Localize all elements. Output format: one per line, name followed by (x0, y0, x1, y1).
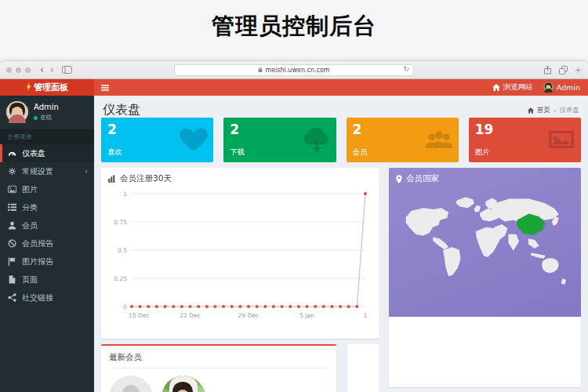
svg-text:22 Dec: 22 Dec (180, 312, 200, 319)
svg-text:0.5: 0.5 (118, 247, 127, 254)
sidebar-user-avatar (6, 101, 28, 123)
sidebar-item-social-links[interactable]: 社交链接 (0, 289, 94, 307)
member-placeholder-avatar[interactable] (109, 376, 153, 392)
flag-icon (8, 257, 17, 266)
images-icon (546, 125, 576, 158)
member-photo-avatar[interactable] (162, 376, 205, 392)
svg-text:1: 1 (123, 191, 127, 198)
sidebar-item-members[interactable]: 会员 (0, 216, 94, 234)
latest-members-card: 最新会员 (101, 344, 336, 392)
gauge-icon (8, 149, 17, 158)
user-menu[interactable]: Admin (543, 82, 580, 93)
world-map[interactable] (396, 187, 574, 302)
breadcrumb-current: 仪表盘 (560, 106, 580, 115)
bolt-icon (26, 82, 31, 93)
page-title: 仪表盘 (103, 102, 140, 118)
new-tab-icon[interactable]: + (575, 66, 582, 74)
sidebar: Admin 在线 主要菜单 仪表盘常规设置‹图片分类会员会员报告图片报告页面社交… (0, 96, 94, 392)
sidebar-item-label: 页面 (22, 274, 38, 285)
app-main: Admin 在线 主要菜单 仪表盘常规设置‹图片分类会员会员报告图片报告页面社交… (0, 96, 588, 392)
sidebar-item-label: 社交链接 (22, 292, 53, 303)
bar-chart-icon (108, 175, 116, 183)
brand-logo[interactable]: 管理面板 (0, 79, 94, 96)
sidebar-item-label: 图片 (22, 184, 38, 195)
sidebar-toggle-icon[interactable] (62, 66, 72, 74)
sidebar-item-categories[interactable]: 分类 (0, 198, 94, 216)
file-icon (8, 275, 17, 284)
sidebar-section-label: 主要菜单 (0, 129, 94, 144)
svg-text:0.25: 0.25 (114, 275, 127, 282)
map-panel: 会员国家 (389, 168, 581, 317)
app-navbar: 管理面板 浏览网站 Admin (0, 79, 588, 96)
empty-card (347, 344, 379, 392)
address-bar[interactable]: meishi.uwen.cn.com ↻ (174, 64, 414, 76)
gear-icon (8, 167, 17, 176)
sidebar-item-label: 图片报告 (22, 256, 53, 267)
continents (406, 198, 566, 285)
sidebar-item-pages[interactable]: 页面 (0, 270, 94, 289)
heart-icon (179, 125, 209, 158)
close-window-button[interactable] (6, 67, 12, 73)
banner-title: 管理员控制后台 (0, 0, 588, 42)
sidebar-menu: 仪表盘常规设置‹图片分类会员会员报告图片报告页面社交链接 (0, 144, 94, 307)
svg-text:15 Dec: 15 Dec (129, 312, 149, 319)
screenshot-stage: 管理员控制后台 ‹ › meishi.uwen.cn.com ↻ (0, 0, 588, 392)
zoom-window-button[interactable] (25, 67, 31, 73)
ban-icon (8, 239, 17, 248)
sidebar-user-status: 在线 (34, 114, 59, 122)
latest-members-title: 最新会员 (109, 352, 328, 368)
sidebar-item-images[interactable]: 图片 (0, 180, 94, 198)
stat-box-images: 19 图片 (469, 118, 581, 162)
browser-window: ‹ › meishi.uwen.cn.com ↻ + (0, 61, 588, 392)
browse-site-label: 浏览网站 (503, 82, 533, 93)
cloud-download-icon (302, 125, 332, 158)
stat-box-downloads: 2 下载 (223, 118, 336, 162)
share-icon[interactable] (543, 63, 552, 78)
map-title: 会员国家 (406, 173, 439, 184)
content-area: 仪表盘 首页 › 仪表盘 2 喜欢 (94, 96, 588, 392)
sidebar-item-label: 分类 (22, 202, 38, 213)
map-pin-icon (396, 175, 402, 183)
svg-text:5 Jan: 5 Jan (299, 312, 314, 319)
svg-text:0: 0 (123, 303, 127, 310)
tabs-icon[interactable] (559, 63, 568, 78)
chevron-left-icon: ‹ (85, 167, 88, 176)
url-text: meishi.uwen.cn.com (265, 67, 329, 74)
minimize-window-button[interactable] (16, 67, 21, 73)
svg-text:1: 1 (364, 312, 368, 319)
reload-icon[interactable]: ↻ (403, 65, 409, 73)
home-icon (492, 84, 500, 91)
browse-site-link[interactable]: 浏览网站 (492, 82, 533, 93)
browser-toolbar: ‹ › meishi.uwen.cn.com ↻ + (0, 61, 588, 79)
online-dot-icon (34, 116, 38, 120)
chart-title: 会员注册30天 (120, 173, 172, 184)
page-banner: 管理员控制后台 (0, 0, 588, 61)
users-icon (424, 125, 454, 158)
sidebar-item-label: 常规设置 (22, 166, 53, 177)
list-icon (8, 203, 17, 212)
user-avatar (543, 82, 554, 93)
breadcrumb-home-link[interactable]: 首页 (537, 106, 550, 115)
sidebar-item-label: 会员报告 (22, 238, 53, 249)
image-icon (8, 185, 17, 194)
breadcrumb: 首页 › 仪表盘 (528, 106, 579, 115)
forward-button[interactable]: › (50, 65, 54, 74)
registrations-line-chart: 00.250.50.75115 Dec22 Dec29 Dec5 Jan1 (108, 184, 372, 330)
home-icon (528, 107, 534, 114)
stat-box-members: 2 会员 (347, 118, 459, 162)
stat-boxes-row: 2 喜欢 2 下载 2 会员 (101, 118, 581, 162)
svg-text:0.75: 0.75 (114, 219, 127, 226)
sidebar-item-label: 仪表盘 (22, 148, 45, 159)
sidebar-item-settings[interactable]: 常规设置‹ (0, 162, 94, 180)
back-button[interactable]: ‹ (40, 65, 44, 74)
sidebar-item-image-reports[interactable]: 图片报告 (0, 252, 94, 270)
chart-card: 会员注册30天 00.250.50.75115 Dec22 Dec29 Dec5… (101, 168, 379, 339)
sidebar-item-dashboard[interactable]: 仪表盘 (0, 144, 94, 162)
brand-label: 管理面板 (34, 82, 68, 93)
sidebar-user-panel: Admin 在线 (0, 96, 94, 129)
user-icon (8, 221, 17, 230)
sidebar-user-name: Admin (34, 103, 59, 111)
lock-icon (258, 67, 263, 74)
sidebar-collapse-button[interactable] (94, 79, 116, 96)
sidebar-item-member-reports[interactable]: 会员报告 (0, 234, 94, 252)
